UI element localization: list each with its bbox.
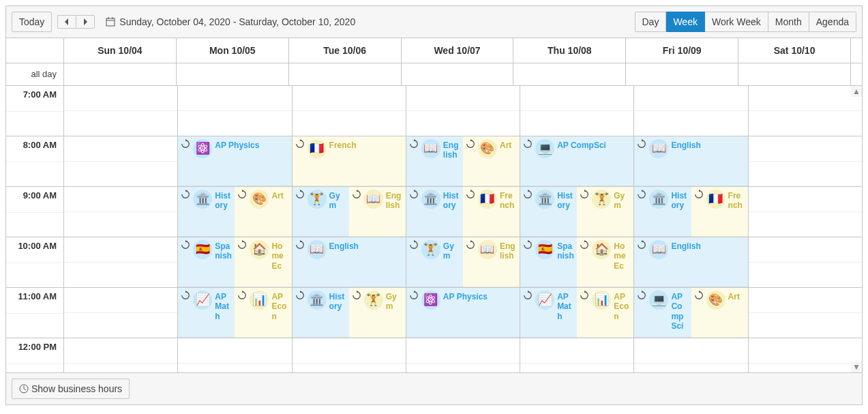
event-art[interactable]: 🎨Art	[691, 288, 748, 338]
event-ap-econ[interactable]: 📊AP Econ	[235, 288, 291, 338]
event-ap-compsci[interactable]: 💻AP CompSci	[520, 136, 633, 186]
view-workweek[interactable]: Work Week	[705, 12, 768, 32]
time-slot[interactable]	[293, 111, 406, 136]
time-slot[interactable]	[749, 136, 862, 162]
event-history[interactable]: 🏛️History	[178, 187, 235, 237]
day-header[interactable]: Mon 10/05	[177, 38, 289, 63]
time-slot[interactable]	[64, 237, 177, 263]
event-history[interactable]: 🏛️History	[634, 187, 691, 237]
time-slot[interactable]	[520, 364, 633, 372]
time-slot[interactable]	[64, 364, 177, 372]
time-slot[interactable]	[634, 364, 747, 372]
time-slot[interactable]	[520, 111, 633, 136]
event-home-ec[interactable]: 🏠Home Ec	[235, 237, 291, 287]
day-column[interactable]: 📖English🎨Art🏛️History🇫🇷French🏋️Gym📖Engli…	[406, 86, 520, 372]
grid-scroll[interactable]: 7:00 AM 8:00 AM 9:00 AM 10:00 AM 11:00 A…	[6, 86, 862, 372]
scroll-up[interactable]: ▲	[851, 86, 862, 97]
time-slot[interactable]	[749, 288, 862, 313]
time-slot[interactable]	[749, 364, 862, 372]
time-slot[interactable]	[178, 111, 291, 136]
time-slot[interactable]	[293, 86, 406, 111]
day-column[interactable]: 🇫🇷French🏋️Gym📖English📖English🏛️History🏋️…	[293, 86, 406, 372]
day-header[interactable]: Tue 10/06	[289, 38, 402, 63]
allday-cell[interactable]	[513, 63, 626, 85]
time-slot[interactable]	[64, 288, 177, 313]
time-slot[interactable]	[749, 212, 862, 237]
today-button[interactable]: Today	[12, 12, 52, 32]
day-header[interactable]: Wed 10/07	[402, 38, 514, 63]
time-slot[interactable]	[64, 338, 177, 364]
event-ap-math[interactable]: 📈AP Math	[178, 288, 235, 338]
time-slot[interactable]	[64, 212, 177, 237]
day-header[interactable]: Sat 10/10	[738, 38, 851, 63]
event-spanish[interactable]: 🇪🇸Spanish	[178, 237, 235, 287]
allday-cell[interactable]	[738, 63, 851, 85]
view-day[interactable]: Day	[635, 12, 667, 32]
event-gym[interactable]: 🏋️Gym	[349, 288, 406, 338]
next-button[interactable]	[76, 15, 95, 29]
prev-button[interactable]	[57, 15, 76, 29]
time-slot[interactable]	[64, 263, 177, 288]
event-french[interactable]: 🇫🇷French	[691, 187, 748, 237]
time-slot[interactable]	[293, 338, 406, 364]
time-slot[interactable]	[64, 86, 177, 111]
event-gym[interactable]: 🏋️Gym	[293, 187, 349, 237]
event-french[interactable]: 🇫🇷French	[293, 136, 406, 186]
time-slot[interactable]	[178, 338, 291, 364]
time-slot[interactable]	[634, 86, 747, 111]
view-agenda[interactable]: Agenda	[809, 12, 856, 32]
time-slot[interactable]	[634, 338, 747, 364]
allday-cell[interactable]	[289, 63, 402, 85]
date-range-picker[interactable]: Sunday, October 04, 2020 - Saturday, Oct…	[100, 14, 361, 30]
time-slot[interactable]	[749, 111, 862, 136]
time-slot[interactable]	[64, 111, 177, 136]
event-ap-compsci[interactable]: 💻AP CompSci	[634, 288, 691, 338]
time-slot[interactable]	[293, 364, 406, 372]
time-slot[interactable]	[749, 313, 862, 338]
allday-cell[interactable]	[177, 63, 289, 85]
event-home-ec[interactable]: 🏠Home Ec	[577, 237, 633, 287]
allday-cell[interactable]	[402, 63, 514, 85]
event-art[interactable]: 🎨Art	[235, 187, 291, 237]
time-slot[interactable]	[520, 338, 633, 364]
event-ap-physics[interactable]: ⚛️AP Physics	[178, 136, 291, 186]
view-week[interactable]: Week	[666, 12, 705, 32]
time-slot[interactable]	[749, 237, 862, 263]
time-slot[interactable]	[520, 86, 633, 111]
day-header[interactable]: Sun 10/04	[64, 38, 177, 63]
event-ap-math[interactable]: 📈AP Math	[520, 288, 577, 338]
time-slot[interactable]	[749, 162, 862, 187]
time-slot[interactable]	[749, 187, 862, 212]
event-english[interactable]: 📖English	[463, 237, 520, 287]
day-header[interactable]: Thu 10/08	[513, 38, 626, 63]
time-slot[interactable]	[178, 364, 291, 372]
event-history[interactable]: 🏛️History	[293, 288, 349, 338]
time-slot[interactable]	[178, 86, 291, 111]
scroll-down[interactable]: ▼	[851, 361, 862, 372]
time-slot[interactable]	[406, 86, 520, 111]
event-english[interactable]: 📖English	[634, 237, 747, 287]
day-column[interactable]: 💻AP CompSci🏛️History🏋️Gym🇪🇸Spanish🏠Home …	[520, 86, 634, 372]
time-slot[interactable]	[749, 338, 862, 364]
time-slot[interactable]	[749, 86, 862, 111]
time-slot[interactable]	[406, 338, 520, 364]
event-history[interactable]: 🏛️History	[520, 187, 577, 237]
time-slot[interactable]	[64, 162, 177, 187]
event-art[interactable]: 🎨Art	[463, 136, 520, 186]
event-english[interactable]: 📖English	[406, 136, 463, 186]
day-header[interactable]: Fri 10/09	[626, 38, 738, 63]
event-ap-physics[interactable]: ⚛️AP Physics	[406, 288, 520, 338]
event-gym[interactable]: 🏋️Gym	[406, 237, 463, 287]
time-slot[interactable]	[406, 364, 520, 372]
event-history[interactable]: 🏛️History	[406, 187, 463, 237]
allday-cell[interactable]	[64, 63, 177, 85]
event-gym[interactable]: 🏋️Gym	[577, 187, 633, 237]
event-english[interactable]: 📖English	[293, 237, 406, 287]
time-slot[interactable]	[64, 313, 177, 338]
time-slot[interactable]	[749, 263, 862, 288]
day-column[interactable]	[64, 86, 178, 372]
event-english[interactable]: 📖English	[634, 136, 747, 186]
view-month[interactable]: Month	[768, 12, 809, 32]
time-slot[interactable]	[406, 111, 520, 136]
time-slot[interactable]	[64, 136, 177, 162]
